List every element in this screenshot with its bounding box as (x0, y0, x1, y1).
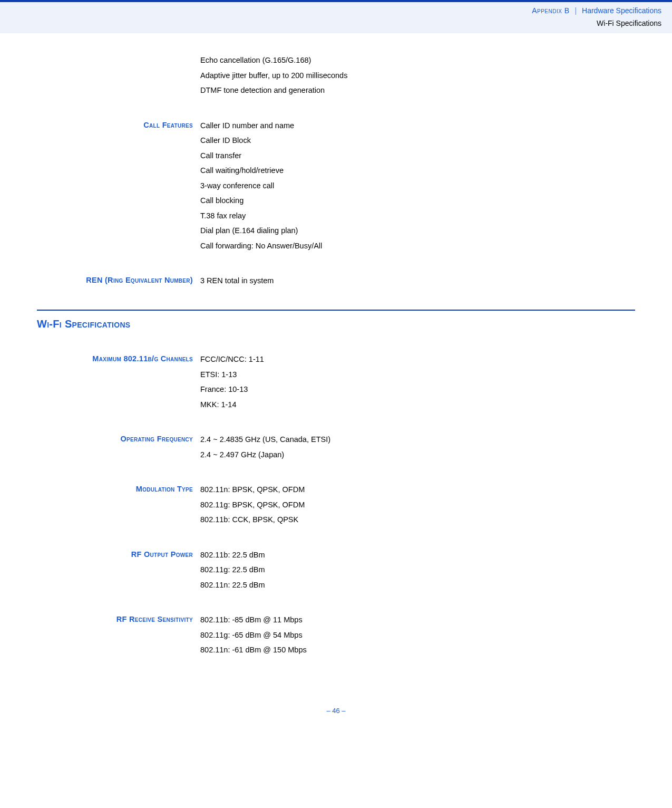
spec-label: Call Features (37, 120, 200, 130)
spec-line: Adaptive jitter buffer, up to 200 millis… (200, 70, 635, 81)
header-separator: | (575, 6, 577, 15)
page-number: – 46 – (326, 707, 345, 715)
section-divider (37, 310, 635, 311)
spec-label: RF Output Power (37, 549, 200, 560)
spec-row-rf-output: RF Output Power 802.11b: 22.5 dBm 802.11… (37, 549, 635, 594)
spec-values: 802.11n: BPSK, QPSK, OFDM 802.11g: BPSK,… (200, 484, 635, 528)
spec-values: Caller ID number and name Caller ID Bloc… (200, 120, 635, 255)
chapter-title: Hardware Specifications (582, 6, 661, 15)
spec-line: Call transfer (200, 150, 635, 161)
page-body: Echo cancellation (G.165/G.168) Adaptive… (0, 33, 672, 689)
spec-line: 802.11b: 22.5 dBm (200, 549, 635, 561)
spec-line: T.38 fax relay (200, 210, 635, 222)
spec-values: 802.11b: 22.5 dBm 802.11g: 22.5 dBm 802.… (200, 549, 635, 594)
spec-line: ETSI: 1-13 (200, 369, 635, 380)
spec-line: Caller ID number and name (200, 120, 635, 131)
spec-label: RF Receive Sensitivity (37, 614, 200, 624)
spec-line: Call forwarding: No Answer/Busy/All (200, 240, 635, 252)
spec-row-channels: Maximum 802.11b/g Channels FCC/IC/NCC: 1… (37, 353, 635, 413)
spec-line: 802.11b: -85 dBm @ 11 Mbps (200, 614, 635, 626)
spec-line: Caller ID Block (200, 134, 635, 146)
spec-line: Call blocking (200, 195, 635, 206)
spec-label: Modulation Type (37, 484, 200, 494)
intro-values: Echo cancellation (G.165/G.168) Adaptive… (200, 54, 635, 99)
spec-line: Call waiting/hold/retrieve (200, 165, 635, 176)
spec-line: DTMF tone detection and generation (200, 84, 635, 96)
spec-label: Maximum 802.11b/g Channels (37, 353, 200, 364)
spec-label: REN (Ring Equivalent Number) (37, 275, 200, 285)
spec-line: 802.11g: -65 dBm @ 54 Mbps (200, 629, 635, 641)
spec-line: 802.11g: 22.5 dBm (200, 564, 635, 575)
spec-line: 802.11b: CCK, BPSK, QPSK (200, 514, 635, 525)
appendix-label: Appendix B (532, 6, 569, 15)
spec-values: 802.11b: -85 dBm @ 11 Mbps 802.11g: -65 … (200, 614, 635, 659)
header-subtitle: Wi-Fi Specifications (11, 18, 661, 30)
spec-line: Dial plan (E.164 dialing plan) (200, 225, 635, 236)
spec-line: 802.11n: 22.5 dBm (200, 579, 635, 591)
spec-line: France: 10-13 (200, 383, 635, 395)
spec-line: 802.11g: BPSK, QPSK, OFDM (200, 499, 635, 511)
spec-line: 802.11n: -61 dBm @ 150 Mbps (200, 644, 635, 656)
spec-row-rf-sensitivity: RF Receive Sensitivity 802.11b: -85 dBm … (37, 614, 635, 659)
spec-line: 802.11n: BPSK, QPSK, OFDM (200, 484, 635, 495)
spec-line: FCC/IC/NCC: 1-11 (200, 353, 635, 365)
spec-row-ren: REN (Ring Equivalent Number) 3 REN total… (37, 275, 635, 290)
spec-row-modulation: Modulation Type 802.11n: BPSK, QPSK, OFD… (37, 484, 635, 528)
spec-values: 2.4 ~ 2.4835 GHz (US, Canada, ETSI) 2.4 … (200, 434, 635, 464)
page-header: Appendix B | Hardware Specifications Wi-… (0, 0, 672, 33)
intro-row: Echo cancellation (G.165/G.168) Adaptive… (37, 54, 635, 99)
spec-line: 2.4 ~ 2.4835 GHz (US, Canada, ETSI) (200, 434, 635, 445)
spec-line: 3 REN total in system (200, 275, 635, 286)
spec-line: Echo cancellation (G.165/G.168) (200, 54, 635, 66)
spec-values: FCC/IC/NCC: 1-11 ETSI: 1-13 France: 10-1… (200, 353, 635, 413)
spec-label: Operating Frequency (37, 434, 200, 444)
section-title-wifi: Wi-Fi Specifications (37, 316, 635, 332)
spec-values: 3 REN total in system (200, 275, 635, 290)
page-footer: – 46 – (0, 706, 672, 727)
spec-row-call-features: Call Features Caller ID number and name … (37, 120, 635, 255)
spec-line: 3-way conference call (200, 180, 635, 191)
spec-line: 2.4 ~ 2.497 GHz (Japan) (200, 449, 635, 460)
spec-line: MKK: 1-14 (200, 399, 635, 410)
spec-row-frequency: Operating Frequency 2.4 ~ 2.4835 GHz (US… (37, 434, 635, 464)
header-line-1: Appendix B | Hardware Specifications (11, 5, 661, 17)
